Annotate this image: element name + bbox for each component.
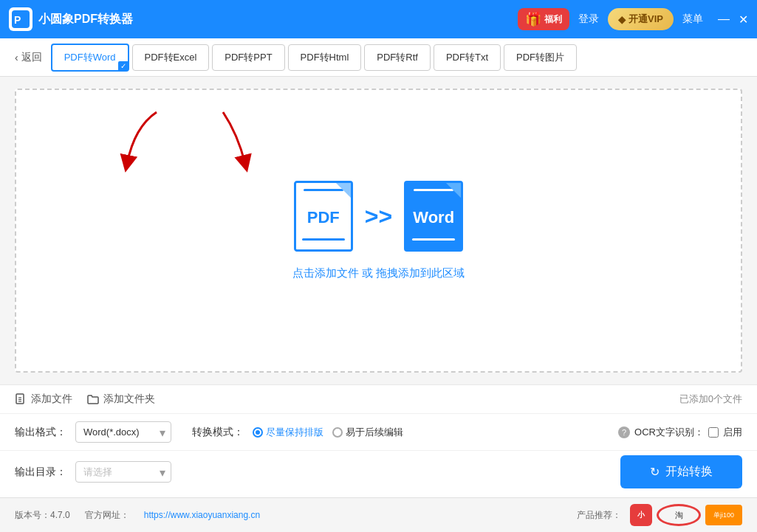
output-dir-wrapper[interactable]: 请选择: [75, 461, 171, 483]
start-button-container: ↻ 开始转换: [620, 455, 742, 488]
start-label: 开始转换: [665, 464, 713, 480]
format-select[interactable]: Word(*.docx) Word(*.doc): [75, 421, 171, 443]
word-corner: [446, 183, 461, 198]
add-folder-label: 添加文件夹: [103, 393, 155, 406]
product-label: 产品推荐：: [577, 509, 621, 522]
tab-image-label: PDF转图片: [516, 52, 564, 63]
ocr-checkbox[interactable]: [708, 427, 719, 438]
pdf-label: PDF: [307, 208, 340, 227]
tab-txt-label: PDF转Txt: [446, 52, 488, 63]
tab-word[interactable]: PDF转Word ✓: [51, 44, 129, 72]
product-logo-2: 淘: [657, 504, 701, 526]
vip-button[interactable]: ◆ 开通VIP: [608, 8, 674, 30]
tab-rtf-label: PDF转Rtf: [377, 52, 418, 63]
back-label: 返回: [21, 51, 42, 64]
pdf-icon-shape: PDF: [294, 181, 353, 252]
vip-label: 开通VIP: [628, 13, 663, 26]
output-dir-select[interactable]: 请选择: [75, 461, 171, 483]
version-label: 版本号：4.7.0: [15, 509, 70, 522]
website-label: 官方网址：: [85, 509, 129, 522]
main-content: PDF >> Word: [0, 77, 757, 384]
status-right: 产品推荐： 小 淘 单ji100: [577, 504, 742, 526]
drop-zone[interactable]: PDF >> Word: [15, 89, 742, 373]
back-chevron: ‹: [15, 52, 18, 63]
tab-ppt-label: PDF转PPT: [225, 52, 272, 63]
format-select-wrapper[interactable]: Word(*.docx) Word(*.doc): [75, 421, 171, 443]
tab-html-label: PDF转Html: [301, 52, 349, 63]
convert-arrow: >>: [365, 203, 392, 230]
folder-icon: [87, 393, 99, 405]
tab-ppt[interactable]: PDF转PPT: [212, 44, 284, 71]
mode2-radio-button: [332, 427, 343, 438]
login-button[interactable]: 登录: [578, 13, 599, 26]
mode1-label: 尽量保持排版: [266, 426, 323, 439]
nav-bar: ‹ 返回 PDF转Word ✓ PDF转Excel PDF转PPT PDF转Ht…: [0, 38, 757, 77]
pdf-file-icon: PDF: [294, 181, 353, 252]
word-file-icon: Word: [404, 181, 463, 252]
tab-html[interactable]: PDF转Html: [288, 44, 362, 71]
add-file-label: 添加文件: [31, 393, 72, 406]
output-row: 输出目录： 请选择 ↻ 开始转换: [0, 450, 757, 497]
title-bar: P 小圆象PDF转换器 🎁 福利 登录 ◆ 开通VIP 菜单 — ✕: [0, 0, 757, 38]
ocr-section: ? OCR文字识别： 启用: [618, 426, 742, 439]
format-label: 输出格式：: [15, 426, 66, 439]
tab-image[interactable]: PDF转图片: [504, 44, 577, 71]
tab-rtf[interactable]: PDF转Rtf: [364, 44, 431, 71]
word-icon-shape: Word: [404, 181, 463, 252]
file-count: 已添加0个文件: [679, 393, 742, 406]
app-logo: P: [9, 7, 32, 31]
mode1-radio-dot: [256, 430, 260, 435]
add-file-button[interactable]: 添加文件: [15, 393, 72, 406]
tab-txt[interactable]: PDF转Txt: [434, 44, 501, 71]
bottom-toolbar: 添加文件 添加文件夹 已添加0个文件: [0, 384, 757, 413]
title-bar-right: 🎁 福利 登录 ◆ 开通VIP 菜单 — ✕: [518, 8, 748, 30]
ocr-help-icon[interactable]: ?: [618, 426, 630, 438]
ocr-label: OCR文字识别：: [634, 426, 704, 439]
product-logo-3: 单ji100: [705, 505, 742, 525]
product-logo-2-text: 淘: [675, 510, 683, 521]
start-icon: ↻: [650, 465, 660, 479]
back-button[interactable]: ‹ 返回: [15, 51, 42, 64]
mode2-label: 易于后续编辑: [346, 426, 403, 439]
vip-icon: ◆: [618, 14, 626, 25]
word-label: Word: [413, 208, 454, 227]
menu-button[interactable]: 菜单: [682, 13, 703, 26]
mode1-radio-button: [253, 427, 263, 438]
product-logo-3-text: 单ji100: [713, 511, 734, 520]
drop-text-content: 点击添加文件 或 拖拽添加到此区域: [292, 266, 465, 279]
pdf-bottom-line: [302, 238, 345, 241]
tab-excel[interactable]: PDF转Excel: [132, 44, 210, 71]
mode1-radio[interactable]: 尽量保持排版: [253, 426, 323, 439]
convert-mode-label: 转换模式：: [192, 426, 244, 439]
tab-word-label: PDF转Word: [64, 52, 116, 63]
ocr-enable-label: 启用: [723, 426, 742, 439]
tab-check-icon: ✓: [118, 61, 129, 71]
product-logo-1-text: 小: [637, 510, 645, 520]
tab-excel-label: PDF转Excel: [145, 52, 197, 63]
file-icon: [15, 393, 27, 405]
gift-button[interactable]: 🎁 福利: [518, 8, 569, 30]
window-controls: — ✕: [718, 13, 748, 27]
settings-row: 输出格式： Word(*.docx) Word(*.doc) 转换模式： 尽量保…: [0, 413, 757, 450]
word-bottom-line: [412, 238, 455, 241]
close-button[interactable]: ✕: [739, 13, 748, 27]
file-icons-row: PDF >> Word: [294, 181, 463, 252]
product-logos: 小 淘 单ji100: [630, 504, 742, 526]
start-button[interactable]: ↻ 开始转换: [620, 455, 742, 488]
drop-text[interactable]: 点击添加文件 或 拖拽添加到此区域: [292, 266, 465, 280]
minimize-button[interactable]: —: [718, 13, 730, 27]
gift-label: 福利: [544, 13, 562, 26]
gift-icon: 🎁: [525, 11, 541, 27]
output-dir-label: 输出目录：: [15, 466, 66, 479]
add-folder-button[interactable]: 添加文件夹: [87, 393, 155, 406]
svg-rect-4: [16, 394, 24, 404]
pdf-corner: [336, 183, 351, 198]
mode2-radio[interactable]: 易于后续编辑: [332, 426, 403, 439]
svg-text:P: P: [14, 14, 21, 26]
product-logo-1: 小: [630, 504, 652, 526]
status-bar: 版本号：4.7.0 官方网址： https://www.xiaoyuanxian…: [0, 497, 757, 532]
website-url[interactable]: https://www.xiaoyuanxiang.cn: [144, 510, 260, 520]
app-title: 小圆象PDF转换器: [38, 12, 518, 27]
